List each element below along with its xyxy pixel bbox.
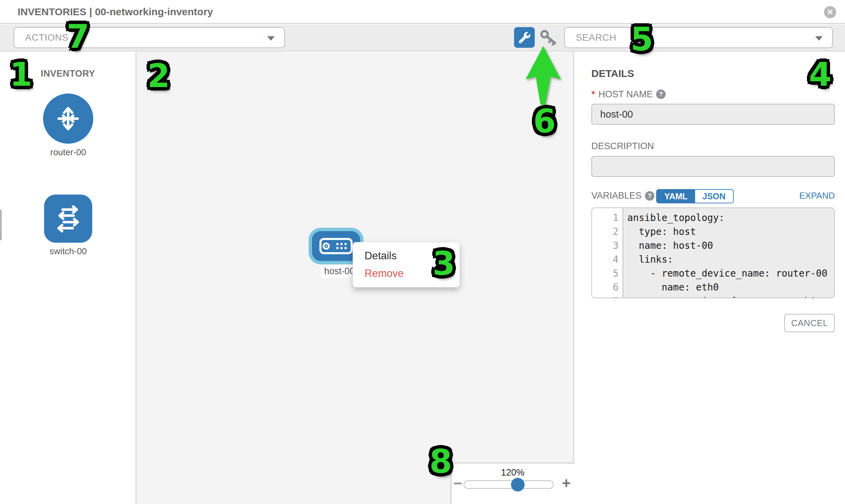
chevron-down-icon: [267, 36, 275, 41]
expand-link[interactable]: EXPAND: [799, 191, 835, 201]
code-line: ansible_topology:: [627, 211, 834, 225]
sidebar-edge-notch: [0, 210, 2, 240]
key-credentials-button[interactable]: [539, 29, 559, 47]
key-icon: [540, 29, 559, 47]
node-context-menu: Details Remove: [353, 242, 460, 287]
zoom-control-panel: 120% − +: [451, 463, 574, 504]
json-toggle-button[interactable]: JSON: [695, 190, 733, 203]
zoom-slider-track[interactable]: [463, 480, 554, 489]
toolbar: ACTIONS SEARCH: [0, 24, 845, 52]
line-number: 7: [592, 294, 622, 298]
details-panel: DETAILS * HOST NAME ? DESCRIPTION VARIAB…: [575, 52, 845, 504]
line-number: 4: [592, 252, 622, 266]
host-server-icon: [319, 237, 353, 255]
variables-code-editor[interactable]: 1 2 3 4 5 6 7 ansible_topology: type: ho…: [592, 208, 835, 298]
wrench-icon: [519, 32, 530, 43]
code-line: - remote_device_name: router-00: [627, 266, 834, 280]
cancel-button[interactable]: CANCEL: [784, 314, 835, 332]
menu-item-details[interactable]: Details: [365, 249, 459, 266]
code-line: links:: [627, 252, 834, 266]
actions-dropdown[interactable]: ACTIONS: [14, 27, 285, 48]
code-line: remote_interface_name: eth0: [627, 294, 834, 298]
search-dropdown-label: SEARCH: [576, 32, 616, 43]
description-label-row: DESCRIPTION: [592, 141, 654, 151]
line-number: 3: [592, 239, 622, 252]
variables-label: VARIABLES: [592, 191, 641, 201]
inventory-sidebar: INVENTORY router-00: [0, 52, 136, 504]
line-number: 6: [592, 280, 622, 294]
description-label: DESCRIPTION: [592, 141, 654, 151]
zoom-slider-thumb[interactable]: [511, 478, 525, 491]
palette-node-label: switch-00: [0, 246, 136, 256]
palette-node-label: router-00: [0, 147, 136, 158]
chevron-down-icon: [815, 36, 823, 41]
code-line: type: host: [627, 225, 834, 239]
line-number: 1: [592, 211, 622, 225]
page-title: INVENTORIES | 00-networking-inventory: [18, 6, 213, 18]
variables-label-row: VARIABLES ?: [592, 191, 654, 201]
configure-tools-button[interactable]: [514, 27, 535, 48]
host-name-label: HOST NAME: [598, 89, 653, 100]
editor-code-area[interactable]: ansible_topology: type: host name: host-…: [623, 208, 834, 298]
sidebar-item-switch[interactable]: switch-00: [0, 195, 136, 256]
close-icon[interactable]: ×: [824, 6, 836, 18]
code-line: name: eth0: [627, 280, 834, 294]
menu-item-remove[interactable]: Remove: [365, 266, 459, 284]
code-line: name: host-00: [627, 239, 834, 252]
topology-canvas[interactable]: host-00 Details Remove 120% − +: [136, 52, 574, 504]
actions-dropdown-label: ACTIONS: [25, 32, 69, 43]
line-number: 2: [592, 225, 622, 239]
help-icon[interactable]: ?: [656, 89, 666, 99]
sidebar-item-router[interactable]: router-00: [0, 93, 136, 158]
required-marker: *: [592, 89, 595, 100]
yaml-toggle-button[interactable]: YAML: [657, 190, 695, 203]
header-bar: INVENTORIES | 00-networking-inventory ×: [0, 0, 845, 24]
editor-line-numbers: 1 2 3 4 5 6 7: [592, 208, 623, 298]
zoom-out-button[interactable]: −: [453, 475, 462, 492]
line-number: 5: [592, 266, 622, 280]
router-icon: [43, 93, 93, 144]
host-name-label-row: * HOST NAME ?: [592, 89, 666, 100]
inventory-topology-page: INVENTORIES | 00-networking-inventory × …: [0, 0, 845, 504]
variables-format-toggle: YAML JSON: [656, 189, 734, 203]
zoom-in-button[interactable]: +: [562, 475, 571, 492]
host-name-input[interactable]: [592, 104, 835, 125]
switch-icon: [44, 195, 92, 243]
details-panel-title: DETAILS: [592, 68, 634, 79]
search-dropdown[interactable]: SEARCH: [564, 27, 833, 48]
zoom-level-value: 120%: [451, 467, 574, 478]
sidebar-title: INVENTORY: [41, 69, 95, 79]
help-icon[interactable]: ?: [645, 191, 654, 201]
description-input[interactable]: [592, 156, 835, 177]
